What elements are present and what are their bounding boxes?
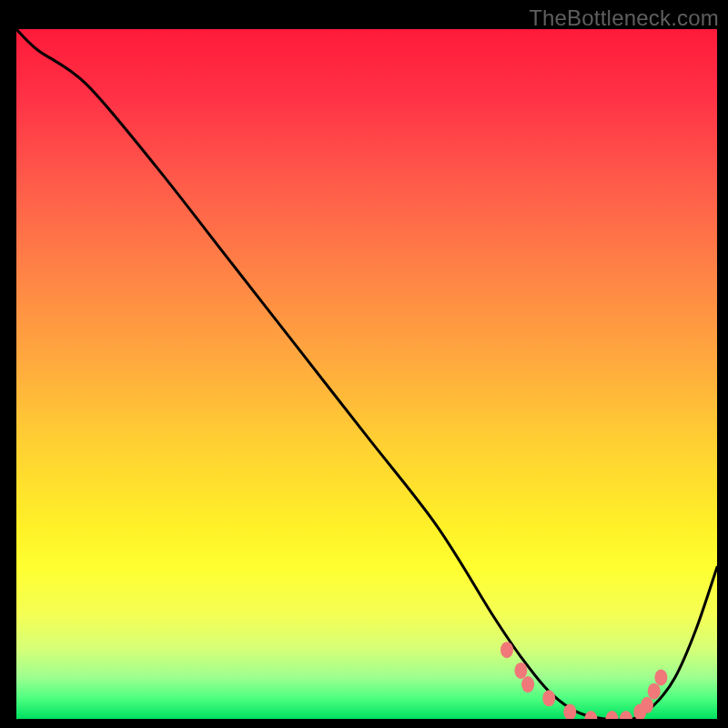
marker-dot [654, 670, 667, 686]
plot-area [16, 29, 717, 719]
gradient-background [16, 29, 717, 719]
watermark-text: TheBottleneck.com [529, 5, 719, 31]
marker-dot [648, 683, 661, 700]
marker-dot [514, 662, 527, 679]
marker-dot [542, 690, 555, 706]
bottleneck-chart-svg [16, 29, 717, 719]
chart-frame: TheBottleneck.com [0, 0, 728, 728]
marker-dot [521, 676, 534, 693]
marker-dot [500, 642, 513, 658]
marker-dot [641, 697, 653, 713]
